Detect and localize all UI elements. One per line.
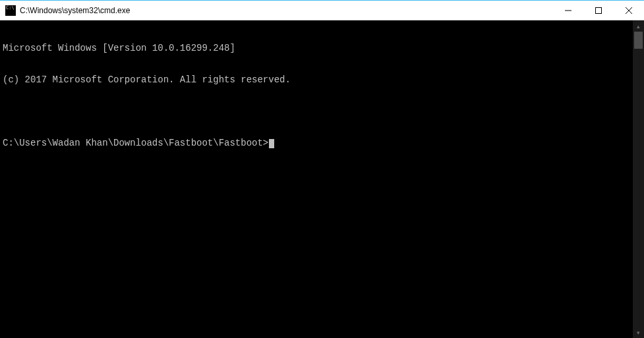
close-icon (626, 7, 632, 14)
cmd-icon (5, 5, 16, 16)
terminal-output[interactable]: Microsoft Windows [Version 10.0.16299.24… (0, 20, 633, 338)
svg-rect-1 (596, 8, 602, 14)
maximize-icon (595, 7, 602, 14)
scroll-down-arrow[interactable]: ▾ (633, 327, 644, 338)
terminal-prompt-line: C:\Users\Wadan Khan\Downloads\Fastboot\F… (3, 138, 633, 148)
terminal-line: (c) 2017 Microsoft Corporation. All righ… (3, 74, 633, 85)
minimize-icon (565, 7, 571, 14)
vertical-scrollbar[interactable]: ▴ ▾ (633, 20, 644, 338)
scroll-up-arrow[interactable]: ▴ (633, 20, 644, 32)
terminal-area: Microsoft Windows [Version 10.0.16299.24… (0, 20, 644, 338)
terminal-prompt: C:\Users\Wadan Khan\Downloads\Fastboot\F… (3, 138, 268, 148)
scroll-track[interactable] (633, 32, 644, 327)
minimize-button[interactable] (553, 1, 583, 20)
scroll-thumb[interactable] (634, 32, 643, 49)
terminal-line: Microsoft Windows [Version 10.0.16299.24… (3, 43, 633, 53)
terminal-cursor (269, 139, 274, 148)
window-controls (553, 1, 644, 20)
maximize-button[interactable] (583, 1, 614, 20)
close-button[interactable] (614, 1, 644, 20)
terminal-line (3, 106, 633, 117)
window-titlebar[interactable]: C:\Windows\system32\cmd.exe (0, 1, 644, 20)
window-title: C:\Windows\system32\cmd.exe (20, 6, 553, 15)
